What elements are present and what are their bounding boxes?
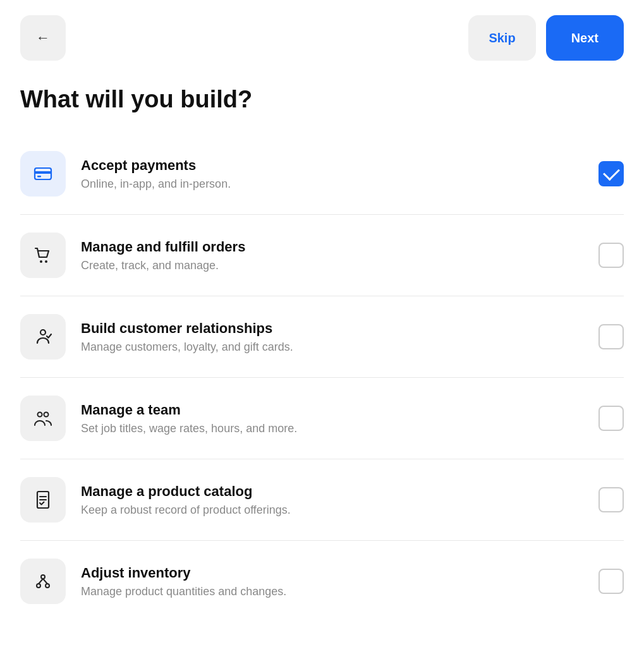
manage-orders-icon-wrapper <box>20 233 66 278</box>
manage-orders-subtitle: Create, track, and manage. <box>81 259 598 272</box>
svg-rect-1 <box>35 171 51 174</box>
option-accept-payments[interactable]: Accept payments Online, in-app, and in-p… <box>20 133 624 215</box>
option-product-catalog[interactable]: Manage a product catalog Keep a robust r… <box>20 459 624 541</box>
payments-icon <box>33 164 53 184</box>
next-button[interactable]: Next <box>546 15 624 61</box>
manage-orders-content: Manage and fulfill orders Create, track,… <box>81 239 598 272</box>
back-button[interactable]: ← <box>20 15 66 61</box>
option-customer-relationships[interactable]: Build customer relationships Manage cust… <box>20 296 624 378</box>
page-title: What will you build? <box>0 86 644 113</box>
svg-point-6 <box>38 413 42 417</box>
adjust-inventory-title: Adjust inventory <box>81 565 598 581</box>
accept-payments-icon-wrapper <box>20 151 66 197</box>
svg-rect-2 <box>37 176 41 178</box>
svg-point-7 <box>44 413 49 417</box>
product-catalog-checkbox[interactable] <box>598 487 624 512</box>
accept-payments-title: Accept payments <box>81 157 598 174</box>
option-manage-orders[interactable]: Manage and fulfill orders Create, track,… <box>20 215 624 296</box>
team-icon <box>32 408 54 429</box>
customer-icon <box>32 326 54 348</box>
inventory-icon <box>32 571 54 592</box>
customer-relationships-checkbox[interactable] <box>598 324 624 349</box>
svg-point-4 <box>45 260 47 263</box>
product-catalog-subtitle: Keep a robust record of product offering… <box>81 504 598 517</box>
manage-team-checkbox[interactable] <box>598 406 624 431</box>
svg-point-5 <box>40 330 46 335</box>
option-manage-team[interactable]: Manage a team Set job titles, wage rates… <box>20 378 624 459</box>
skip-button[interactable]: Skip <box>468 15 535 61</box>
manage-team-subtitle: Set job titles, wage rates, hours, and m… <box>81 422 598 435</box>
manage-team-icon-wrapper <box>20 396 66 441</box>
adjust-inventory-subtitle: Manage product quantities and changes. <box>81 585 598 598</box>
accept-payments-subtitle: Online, in-app, and in-person. <box>81 178 598 191</box>
manage-orders-title: Manage and fulfill orders <box>81 239 598 255</box>
product-catalog-icon-wrapper <box>20 477 66 523</box>
header: ← Skip Next <box>0 0 644 76</box>
option-adjust-inventory[interactable]: Adjust inventory Manage product quantiti… <box>20 541 624 622</box>
options-list: Accept payments Online, in-app, and in-p… <box>0 133 644 622</box>
catalog-icon <box>32 489 54 511</box>
adjust-inventory-icon-wrapper <box>20 559 66 604</box>
customer-relationships-content: Build customer relationships Manage cust… <box>81 320 598 354</box>
manage-team-content: Manage a team Set job titles, wage rates… <box>81 402 598 435</box>
accept-payments-content: Accept payments Online, in-app, and in-p… <box>81 157 598 191</box>
customer-relationships-subtitle: Manage customers, loyalty, and gift card… <box>81 341 598 354</box>
product-catalog-title: Manage a product catalog <box>81 483 598 500</box>
cart-icon <box>32 245 54 266</box>
header-actions: Skip Next <box>468 15 624 61</box>
manage-orders-checkbox[interactable] <box>598 243 624 268</box>
adjust-inventory-content: Adjust inventory Manage product quantiti… <box>81 565 598 598</box>
manage-team-title: Manage a team <box>81 402 598 418</box>
customer-relationships-icon-wrapper <box>20 314 66 360</box>
adjust-inventory-checkbox[interactable] <box>598 569 624 594</box>
product-catalog-content: Manage a product catalog Keep a robust r… <box>81 483 598 517</box>
svg-point-3 <box>40 260 42 263</box>
customer-relationships-title: Build customer relationships <box>81 320 598 337</box>
accept-payments-checkbox[interactable] <box>598 161 624 186</box>
